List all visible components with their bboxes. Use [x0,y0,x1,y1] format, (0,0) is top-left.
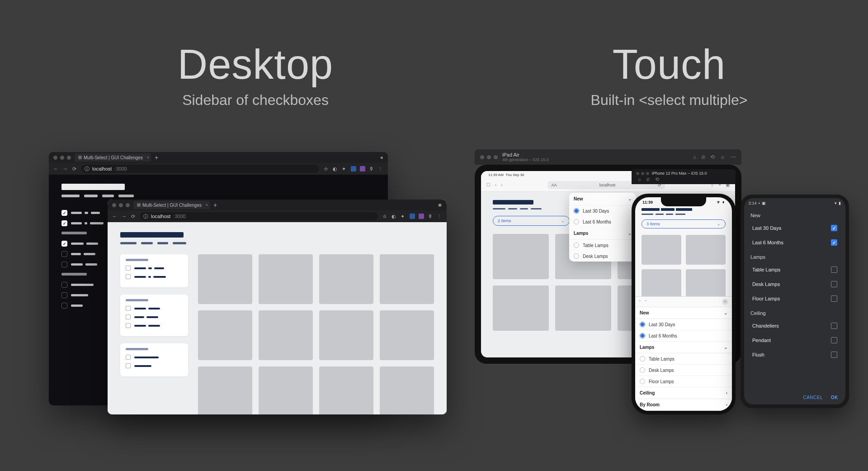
product-tile[interactable] [198,366,252,414]
filter-row[interactable] [126,306,183,311]
product-tile[interactable] [555,285,611,331]
forward-icon[interactable]: → [122,214,127,219]
url-field[interactable]: ⓘ localhost:3000 [140,212,378,220]
home-icon[interactable]: ⌂ [638,176,641,182]
android-option[interactable]: Chandeliers [744,319,845,333]
android-option[interactable]: Table Lamps [744,262,845,277]
filter-row[interactable] [126,323,183,328]
filter-row[interactable] [126,274,183,279]
checkbox-icon[interactable] [126,314,131,319]
ext-badge-2[interactable] [360,166,365,171]
traffic-lights[interactable] [480,155,498,159]
popover-option[interactable]: Last 6 Months [569,216,636,227]
checkbox-icon[interactable] [831,323,837,329]
mic-icon[interactable]: 🎙 [369,166,374,171]
checkbox-icon[interactable] [61,303,67,309]
product-tile[interactable] [686,269,726,299]
sheet-option[interactable]: Last 6 Months [635,330,732,342]
extensions-icon[interactable]: ✦ [401,214,406,219]
mic-icon[interactable]: 🎙 [428,214,433,219]
sheet-group-header[interactable]: By Room › [635,399,732,411]
ext-badge-1[interactable] [410,214,415,219]
select-summary-pill[interactable]: 2 Items ⌄ [493,216,570,226]
checkbox-icon[interactable] [61,241,67,247]
brightness-icon[interactable]: ☼ [720,154,725,160]
url-field[interactable]: ⓘ localhost:3000 [81,165,319,173]
product-tile[interactable] [380,366,434,414]
reload-icon[interactable]: ⟳ [72,166,76,172]
sheet-group-header[interactable]: Lamps ⌄ [635,342,732,353]
ios-select-sheet[interactable]: ˄ ˅ ✕ New ⌄ Last 30 Days Last 6 Months L… [635,296,732,411]
kebab-menu-icon[interactable]: ⋮ [437,214,442,219]
product-tile[interactable] [642,235,681,265]
checkbox-icon[interactable] [831,352,837,358]
reload-icon[interactable]: ⟳ [131,214,135,219]
checkbox-icon[interactable] [61,220,67,226]
checkbox-icon[interactable] [61,262,67,267]
checkbox-icon[interactable] [831,281,837,287]
checkbox-icon[interactable] [831,239,837,246]
popover-option[interactable]: Desk Lamps [569,251,636,262]
bookmark-icon[interactable]: ☆ [382,214,388,219]
checkbox-icon[interactable] [61,251,67,257]
android-option[interactable]: Pendant [744,333,845,347]
android-option[interactable]: Floor Lamps [744,291,845,306]
window-close-icon[interactable]: ● [438,201,442,209]
filter-row[interactable] [126,355,183,360]
product-tile[interactable] [319,310,373,360]
checkbox-icon[interactable] [126,306,131,311]
checkbox-icon[interactable] [126,274,131,279]
select-popover[interactable]: New ⌄ Last 30 Days Last 6 Months Lamps ⌄… [569,193,636,262]
traffic-lights[interactable] [53,156,71,160]
checkbox-icon[interactable] [126,363,131,368]
new-tab-button[interactable]: + [155,154,158,161]
popover-option[interactable]: Table Lamps [569,240,636,251]
sheet-option[interactable]: Last 30 Days [635,319,732,330]
close-sheet-icon[interactable]: ✕ [722,299,728,305]
checkbox-icon[interactable] [61,292,67,298]
product-tile[interactable] [493,285,549,331]
sheet-option[interactable]: Desk Lamps [635,365,732,376]
checkbox-icon[interactable] [61,282,67,288]
sheet-option[interactable]: Table Lamps [635,353,732,365]
window-close-icon[interactable]: ● [380,154,383,161]
checkbox-icon[interactable] [61,210,67,216]
screenshot-icon[interactable]: ⎚ [646,176,650,182]
product-tile[interactable] [259,254,313,304]
filter-row[interactable] [126,363,183,368]
checkbox-icon[interactable] [831,225,837,231]
close-tab-icon[interactable]: × [147,155,149,160]
checkbox-icon[interactable] [126,355,131,360]
product-tile[interactable] [198,310,252,360]
kebab-menu-icon[interactable]: ⋮ [378,166,383,171]
checkbox-icon[interactable] [126,266,131,271]
popover-group-header[interactable]: New ⌄ [569,193,636,205]
checkbox-icon[interactable] [831,295,837,302]
sheet-option[interactable]: Floor Lamps [635,376,732,387]
android-option[interactable]: Flush [744,347,845,362]
ok-button[interactable]: OK [831,395,838,400]
filter-row[interactable] [126,266,183,271]
traffic-lights[interactable] [636,172,649,175]
android-option[interactable]: Desk Lamps [744,277,845,291]
sidebar-icon[interactable]: ☐ [486,182,491,187]
product-tile[interactable] [380,310,434,360]
product-tile[interactable] [259,366,313,414]
text-size-icon[interactable]: AA [551,183,557,187]
product-tile[interactable] [259,310,313,360]
product-tile[interactable] [380,254,434,304]
sheet-group-header[interactable]: New ⌄ [635,307,732,319]
select-summary-pill[interactable]: 3 Items ⌄ [642,219,726,228]
more-icon[interactable]: ⋯ [731,154,736,160]
close-tab-icon[interactable]: × [206,203,208,207]
site-info-icon[interactable]: ⓘ [143,213,148,220]
cancel-button[interactable]: CANCEL [803,395,823,400]
bookmark-icon[interactable]: ☆ [324,166,329,171]
traffic-lights[interactable] [112,203,130,207]
popover-group-header[interactable]: Lamps ⌄ [569,227,636,240]
browser-tab[interactable]: Multi-Select | GUI Challenges × [133,201,210,209]
ext-badge-1[interactable] [351,166,356,171]
browser-tab[interactable]: Multi-Select | GUI Challenges × [75,153,151,162]
back-icon[interactable]: ← [53,166,58,171]
popover-option[interactable]: Last 30 Days [569,205,636,216]
